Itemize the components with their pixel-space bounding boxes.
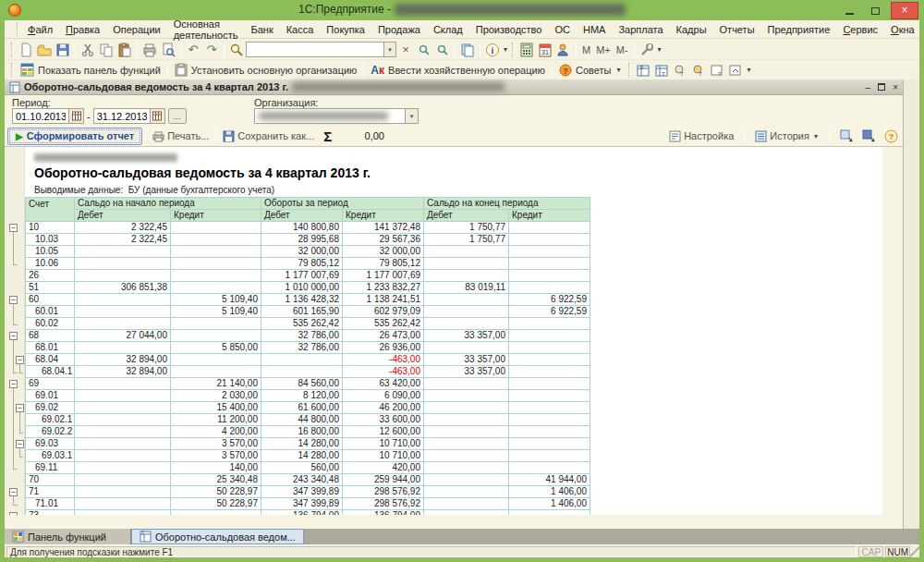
account-cell[interactable]: 68.04.1 bbox=[26, 366, 75, 378]
search-input[interactable] bbox=[246, 42, 384, 57]
print-report-button[interactable]: Печать... bbox=[149, 128, 213, 145]
account-cell[interactable]: 51 bbox=[26, 282, 75, 294]
settings-button[interactable]: Настройка bbox=[665, 128, 737, 145]
tab-osv-report[interactable]: Σ Оборотно-сальдовая ведом... bbox=[131, 529, 304, 544]
generate-report-button[interactable]: ▶ Сформировать отчет bbox=[7, 128, 142, 145]
service-dropdown-icon[interactable]: ▾ bbox=[656, 45, 663, 54]
table-row-68.04.1[interactable]: 68.04.132 894,00-463,0033 357,00 bbox=[26, 366, 590, 378]
date-from-calendar-icon[interactable] bbox=[69, 108, 84, 124]
table-row-60[interactable]: −605 109,401 136 428,321 138 241,516 922… bbox=[26, 294, 590, 306]
organization-dropdown-icon[interactable]: ▾ bbox=[405, 109, 418, 123]
table-row-69.02.2[interactable]: 69.02.24 200,0016 800,0012 600,00 bbox=[26, 426, 590, 438]
menu-item-4[interactable]: Основная деятельность bbox=[167, 17, 245, 43]
tree-collapse-icon[interactable]: − bbox=[9, 224, 18, 232]
account-cell[interactable]: 10.05 bbox=[26, 246, 75, 258]
resize-grip[interactable] bbox=[910, 546, 919, 557]
sum-icon[interactable]: Σ bbox=[318, 128, 337, 144]
save-as-button[interactable]: Сохранить как... bbox=[219, 128, 318, 145]
help-button[interactable]: ? bbox=[881, 127, 900, 145]
table-row-10.06[interactable]: 10.0679 805,1279 805,12 bbox=[26, 258, 590, 270]
new-document-icon[interactable] bbox=[17, 41, 35, 59]
table-row-10[interactable]: −102 322,45140 800,80141 372,481 750,77 bbox=[26, 222, 590, 234]
account-cell[interactable]: 69.03 bbox=[26, 438, 75, 450]
account-cell[interactable]: 60.01 bbox=[26, 306, 75, 318]
menu-item-13[interactable]: Зарплата bbox=[612, 22, 669, 37]
menu-item-10[interactable]: Производство bbox=[469, 22, 549, 37]
info-dropdown-icon[interactable]: ▾ bbox=[502, 45, 509, 54]
show-function-panel-button[interactable]: Показать панель функций bbox=[17, 61, 164, 79]
tree-collapse-icon[interactable]: − bbox=[9, 296, 18, 304]
account-cell[interactable]: 10.06 bbox=[26, 258, 75, 270]
menu-item-16[interactable]: Предприятие bbox=[761, 22, 837, 37]
date-to-input[interactable] bbox=[93, 108, 151, 124]
child-restore-button[interactable] bbox=[878, 83, 885, 91]
account-cell[interactable]: 60 bbox=[26, 294, 75, 306]
account-cell[interactable]: 71.01 bbox=[26, 498, 75, 510]
period-dots-button[interactable]: ... bbox=[168, 108, 187, 124]
table-row-71[interactable]: −7150 228,97347 399,89298 576,921 406,00 bbox=[26, 486, 590, 498]
menu-item-2[interactable]: Правка bbox=[59, 22, 106, 37]
menu-item-7[interactable]: Покупка bbox=[320, 22, 371, 37]
tree-collapse-icon[interactable]: − bbox=[9, 488, 18, 496]
copy-icon[interactable] bbox=[97, 41, 116, 59]
table-row-69.02.1[interactable]: 69.02.111 200,0044 800,0033 600,00 bbox=[26, 414, 590, 426]
child-close-button[interactable]: × bbox=[893, 82, 898, 92]
tips-dropdown-icon[interactable]: ▾ bbox=[614, 66, 622, 74]
menu-item-19[interactable]: Справка bbox=[921, 22, 924, 37]
memory-plus-button[interactable]: M+ bbox=[593, 44, 614, 55]
user-icon[interactable] bbox=[554, 41, 573, 59]
find-previous-icon[interactable] bbox=[415, 41, 433, 59]
report-tool-icon-3[interactable]: Т bbox=[671, 61, 689, 79]
table-row-68.01[interactable]: 68.015 850,0032 786,0026 936,00 bbox=[26, 342, 590, 354]
child-minimize-button[interactable]: – bbox=[866, 82, 871, 92]
report-window-titlebar[interactable]: Оборотно-сальдовая ведомость за 4 кварта… bbox=[5, 79, 903, 95]
service-wrench-icon[interactable] bbox=[638, 41, 656, 59]
tree-collapse-icon[interactable]: − bbox=[9, 332, 18, 340]
history-button[interactable]: История ▾ bbox=[751, 128, 823, 145]
tree-collapse-icon[interactable]: − bbox=[16, 356, 24, 364]
organization-combobox[interactable]: ▾ bbox=[254, 108, 419, 124]
open-icon[interactable] bbox=[35, 41, 54, 59]
enter-operation-button[interactable]: Ак Ввести хозяйственную операцию bbox=[367, 61, 549, 79]
save-icon[interactable] bbox=[54, 41, 72, 59]
cut-icon[interactable] bbox=[79, 41, 97, 59]
table-row-69.11[interactable]: 69.11140,00560,00420,00 bbox=[26, 462, 590, 474]
report-tool-icon-2[interactable]: Т bbox=[652, 61, 671, 79]
menu-item-14[interactable]: Кадры bbox=[670, 22, 713, 37]
calendar-icon[interactable]: 31 bbox=[536, 41, 554, 59]
account-cell[interactable]: 69.11 bbox=[26, 462, 75, 474]
menu-item-8[interactable]: Продажа bbox=[371, 22, 427, 37]
menu-item-9[interactable]: Склад bbox=[427, 22, 469, 37]
menu-item-12[interactable]: НМА bbox=[577, 22, 612, 37]
calculator-icon[interactable] bbox=[517, 41, 536, 59]
account-cell[interactable]: 71 bbox=[26, 486, 75, 498]
date-to-calendar-icon[interactable] bbox=[151, 108, 165, 124]
account-cell[interactable]: 68.01 bbox=[26, 342, 75, 354]
table-row-70[interactable]: 7025 340,48243 340,48259 944,0041 944,00 bbox=[26, 474, 590, 486]
account-cell[interactable]: 10 bbox=[26, 222, 75, 234]
report-tool-icon-1[interactable]: Σ bbox=[634, 61, 652, 79]
table-row-60.02[interactable]: 60.02535 262,42535 262,42 bbox=[26, 318, 590, 330]
tree-collapse-icon[interactable]: − bbox=[16, 440, 24, 448]
table-row-60.01[interactable]: 60.015 109,40601 165,90602 979,096 922,5… bbox=[26, 306, 590, 318]
find-next-icon[interactable] bbox=[433, 41, 452, 59]
memory-recall-button[interactable]: M bbox=[579, 44, 593, 55]
report-tool-icon-4[interactable]: Т bbox=[689, 61, 708, 79]
table-row-69.01[interactable]: 69.012 030,008 120,006 090,00 bbox=[26, 390, 590, 402]
account-cell[interactable]: 68.04 bbox=[26, 354, 75, 366]
menu-item-1[interactable]: Файл bbox=[21, 22, 59, 37]
table-row-71.01[interactable]: 71.0150 228,97347 399,89298 576,921 406,… bbox=[26, 498, 590, 510]
table-row-69.03.1[interactable]: 69.03.13 570,0014 280,0010 710,00 bbox=[26, 450, 590, 462]
table-row-69.03[interactable]: −69.033 570,0014 280,0010 710,00 bbox=[26, 438, 590, 450]
account-cell[interactable]: 70 bbox=[26, 474, 75, 486]
menu-item-6[interactable]: Касса bbox=[280, 22, 321, 37]
report-tool-icon-5[interactable]: Т bbox=[708, 61, 726, 79]
paste-icon[interactable] bbox=[116, 41, 134, 59]
menu-item-15[interactable]: Отчеты bbox=[713, 22, 761, 37]
print-icon[interactable] bbox=[140, 41, 159, 59]
table-row-51[interactable]: 51306 851,381 010 000,001 233 832,2783 0… bbox=[26, 282, 590, 294]
account-cell[interactable]: 69.03.1 bbox=[26, 450, 75, 462]
tips-button[interactable]: ? Советы ▾ bbox=[555, 61, 626, 79]
history-dropdown-icon[interactable]: ▾ bbox=[812, 132, 820, 140]
search-dropdown-icon[interactable]: ▾ bbox=[384, 42, 396, 57]
